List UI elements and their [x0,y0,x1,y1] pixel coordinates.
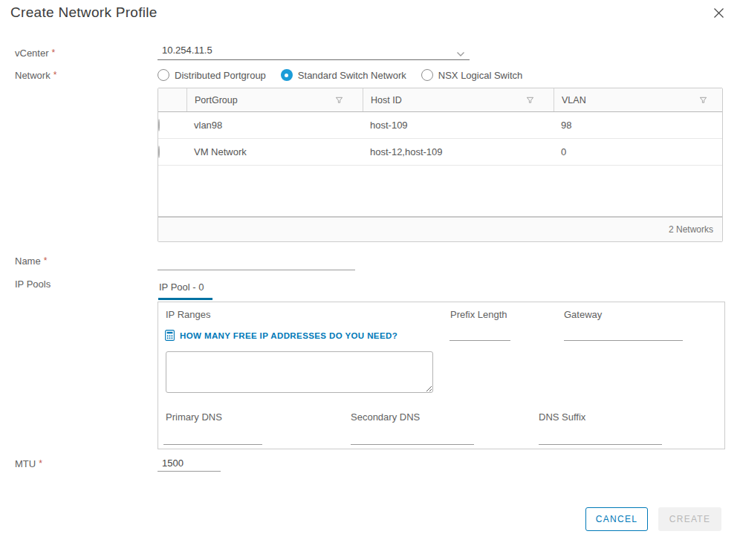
filter-icon[interactable] [335,96,343,104]
required-asterisk: * [52,48,56,58]
secondary-dns-input[interactable] [351,429,474,445]
radio-nsx-logical-switch[interactable]: NSX Logical Switch [421,69,522,81]
cell-hostid: host-12,host-109 [363,146,554,157]
mtu-label: MTU* [15,458,42,469]
prefix-length-label: Prefix Length [450,309,507,320]
radio-distributed-portgroup[interactable]: Distributed Portgroup [158,69,266,81]
mtu-input[interactable] [158,455,221,472]
prefix-length-input[interactable] [449,325,510,341]
cell-vlan: 0 [554,146,722,157]
row-select-radio[interactable] [158,119,160,131]
selection-column-header [158,88,186,111]
name-input[interactable] [158,253,355,270]
close-button[interactable] [712,7,725,21]
free-ip-calculator-link[interactable]: HOW MANY FREE IP ADDRESSES DO YOU NEED? [165,330,397,341]
table-footer: 2 Networks [158,216,722,241]
vcenter-label: vCenter* [15,48,55,59]
network-count: 2 Networks [669,224,713,235]
cancel-button[interactable]: CANCEL [585,507,648,531]
required-asterisk: * [39,458,42,469]
radio-checked-icon [281,69,293,81]
column-header-hostid: Host ID [363,88,554,111]
tab-ip-pool-0[interactable]: IP Pool - 0 [158,281,212,300]
column-header-portgroup: PortGroup [186,88,363,111]
filter-icon[interactable] [699,96,707,104]
column-header-vlan: VLAN [554,88,722,111]
vcenter-selected-value: 10.254.11.5 [162,45,212,56]
row-select-radio[interactable] [158,146,160,158]
gateway-label: Gateway [564,309,602,320]
required-asterisk: * [53,70,57,80]
name-label: Name* [15,255,47,267]
vcenter-select[interactable]: 10.254.11.5 [158,40,470,60]
ip-ranges-textarea[interactable] [166,351,433,393]
create-button[interactable]: CREATE [658,507,721,531]
network-label: Network* [15,70,56,81]
create-network-profile-dialog: Create Network Profile vCenter* 10.254.1… [0,0,740,560]
dns-suffix-label: DNS Suffix [539,411,585,423]
networks-table: PortGroup Host ID VLAN vlan98 ho [158,88,723,242]
ip-pool-panel: IP Ranges Prefix Length Gateway HOW MANY… [158,302,725,449]
secondary-dns-label: Secondary DNS [351,411,420,423]
cell-portgroup: vlan98 [186,120,363,131]
table-empty-area [158,166,722,216]
table-row[interactable]: VM Network host-12,host-109 0 [158,139,722,166]
close-icon [713,7,724,19]
filter-icon[interactable] [526,96,534,104]
calculator-icon [165,330,175,341]
gateway-input[interactable] [564,325,683,341]
primary-dns-label: Primary DNS [166,411,222,423]
page-title: Create Network Profile [10,4,158,21]
dns-suffix-input[interactable] [539,429,662,445]
ip-pools-label: IP Pools [15,279,51,290]
cell-portgroup: VM Network [186,146,363,157]
primary-dns-input[interactable] [163,429,262,445]
radio-unchecked-icon [158,69,169,81]
required-asterisk: * [44,255,48,266]
cell-hostid: host-109 [363,120,554,131]
table-header-row: PortGroup Host ID VLAN [158,88,722,112]
table-row[interactable]: vlan98 host-109 98 [158,112,722,139]
ip-ranges-label: IP Ranges [166,309,210,320]
chevron-down-icon [456,47,465,60]
radio-standard-switch-network[interactable]: Standard Switch Network [281,69,406,81]
network-type-radio-group: Distributed Portgroup Standard Switch Ne… [158,69,522,81]
radio-unchecked-icon [421,69,433,81]
cell-vlan: 98 [554,120,722,131]
